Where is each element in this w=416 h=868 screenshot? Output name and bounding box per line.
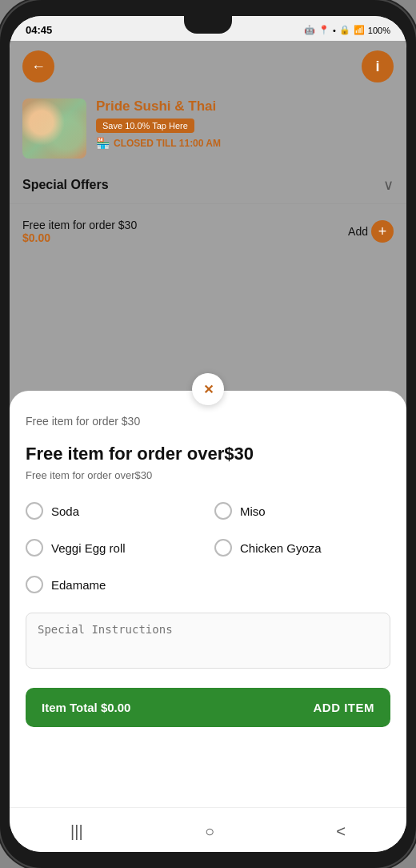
status-icons: 🤖 📍 • 🔒 📶 100% <box>304 25 390 35</box>
modal-small-title: Free item for order $30 <box>26 415 390 428</box>
android-icon: 🤖 <box>304 25 315 35</box>
status-time: 04:45 <box>26 24 52 36</box>
back-nav-icon[interactable]: < <box>320 819 362 844</box>
add-item-label: ADD ITEM <box>314 701 375 714</box>
modal-big-title: Free item for order over$30 <box>26 444 390 464</box>
radio-soda[interactable] <box>26 502 43 520</box>
option-veggi-egg-roll[interactable]: Veggi Egg roll <box>26 532 202 563</box>
radio-edamame[interactable] <box>26 576 43 593</box>
battery-text: 100% <box>368 26 390 35</box>
close-modal-button[interactable]: ✕ <box>192 373 224 405</box>
close-button-wrap: ✕ <box>10 373 406 405</box>
option-veggi-egg-roll-label: Veggi Egg roll <box>51 541 126 555</box>
option-miso-label: Miso <box>240 504 266 518</box>
radio-miso[interactable] <box>214 502 232 520</box>
radio-veggi-egg-roll[interactable] <box>26 539 43 557</box>
modal-subtitle: Free item for order over$30 <box>26 469 390 481</box>
radio-chicken-gyoza[interactable] <box>214 539 232 557</box>
option-miso[interactable]: Miso <box>214 496 390 526</box>
options-grid: Soda Miso Veggi Egg roll <box>26 496 390 600</box>
option-soda[interactable]: Soda <box>26 496 202 526</box>
option-chicken-gyoza[interactable]: Chicken Gyoza <box>214 532 390 563</box>
add-item-total: Item Total $0.00 <box>42 701 130 714</box>
option-soda-label: Soda <box>51 504 79 518</box>
home-icon[interactable]: ○ <box>189 819 230 844</box>
menu-icon[interactable]: ||| <box>54 819 99 844</box>
option-edamame-label: Edamame <box>51 578 106 592</box>
signal-icon: 📶 <box>354 25 365 35</box>
wifi-icon: 🔒 <box>339 25 350 35</box>
app-content: ← i Pride Sushi & Thai Save 10.0% Tap He… <box>10 41 406 807</box>
option-edamame[interactable]: Edamame <box>26 569 390 600</box>
bottom-nav: ||| ○ < <box>10 807 406 852</box>
special-instructions-input[interactable] <box>26 613 390 669</box>
option-chicken-gyoza-label: Chicken Gyoza <box>240 541 322 555</box>
add-item-button[interactable]: Item Total $0.00 ADD ITEM <box>26 688 390 727</box>
modal-sheet: Free item for order $30 Free item for or… <box>10 391 406 807</box>
modal-overlay: ✕ Free item for order $30 Free item for … <box>10 41 406 807</box>
close-icon: ✕ <box>203 382 214 397</box>
location-icon: 📍 <box>318 25 330 35</box>
dot-icon: • <box>333 26 336 35</box>
